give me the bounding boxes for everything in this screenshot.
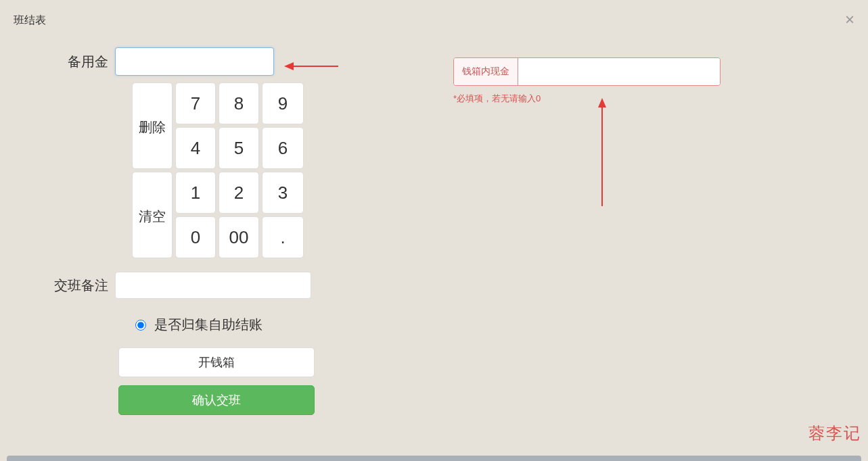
key-delete[interactable]: 删除 [132,82,173,169]
button-row: 开钱箱 确认交班 [118,347,325,415]
key-2[interactable]: 2 [219,172,259,214]
cashbox-label: 钱箱内现金 [454,58,518,85]
key-dot[interactable]: . [262,216,304,258]
key-1[interactable]: 1 [175,172,216,214]
left-panel: 备用金 7 8 9 删除 4 5 6 1 2 3 清空 0 00 . 交班备注 … [41,47,325,423]
right-panel: 钱箱内现金 *必填项，若无请输入0 [453,57,721,105]
remark-label: 交班备注 [41,276,115,295]
svg-marker-1 [284,62,294,70]
key-3[interactable]: 3 [262,172,304,214]
key-7[interactable]: 7 [175,82,216,124]
arrow-left-icon [284,59,338,73]
key-4[interactable]: 4 [175,127,216,169]
cashbox-field: 钱箱内现金 [453,57,721,86]
key-5[interactable]: 5 [219,127,259,169]
key-clear[interactable]: 清空 [132,172,173,258]
close-icon[interactable]: × [845,10,854,29]
self-checkout-row: 是否归集自助结账 [135,316,325,334]
dialog-title: 班结表 [14,14,46,28]
reserve-fund-label: 备用金 [41,53,115,71]
number-keypad: 7 8 9 删除 4 5 6 1 2 3 清空 0 00 . [132,82,304,258]
key-8[interactable]: 8 [219,82,259,124]
cashbox-hint: *必填项，若无请输入0 [453,93,721,105]
self-checkout-label: 是否归集自助结账 [154,316,262,334]
watermark: 蓉李记 [808,422,861,444]
confirm-shift-button[interactable]: 确认交班 [118,385,315,415]
key-6[interactable]: 6 [262,127,304,169]
arrow-up-icon [595,98,609,206]
reserve-fund-row: 备用金 [41,47,325,76]
key-9[interactable]: 9 [262,82,304,124]
reserve-fund-input[interactable] [115,47,274,76]
remark-input[interactable] [115,272,311,299]
bottom-bar [7,456,861,461]
remark-row: 交班备注 [41,272,325,299]
cashbox-input[interactable] [518,58,720,85]
svg-marker-3 [598,98,606,107]
self-checkout-radio[interactable] [135,320,146,331]
key-0[interactable]: 0 [175,216,216,258]
open-drawer-button[interactable]: 开钱箱 [118,347,315,377]
key-00[interactable]: 00 [219,216,259,258]
